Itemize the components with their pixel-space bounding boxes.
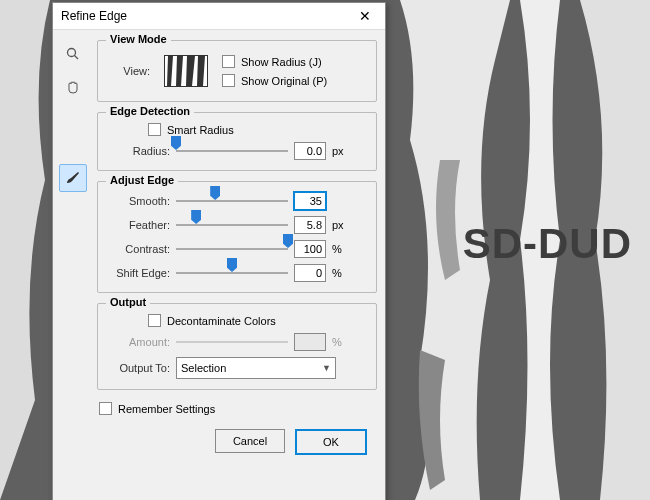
watermark-text: SD-DUD (463, 220, 632, 268)
output-group: Output Decontaminate Colors Amount: % Ou… (97, 303, 377, 390)
edge-detection-group: Edge Detection Smart Radius Radius: 0.0 … (97, 112, 377, 171)
checkbox-icon (148, 314, 161, 327)
show-radius-checkbox[interactable]: Show Radius (J) (222, 55, 327, 68)
radius-slider[interactable] (176, 142, 288, 160)
svg-line-2 (75, 56, 79, 60)
shift-edge-label: Shift Edge: (108, 267, 170, 279)
brush-icon (64, 169, 82, 187)
unit-label: % (332, 336, 348, 348)
adjust-edge-group: Adjust Edge Smooth: 35 Feather: 5.8 px C… (97, 181, 377, 293)
preview-thumbnail-icon (165, 56, 207, 86)
output-to-select[interactable]: Selection ▼ (176, 357, 336, 379)
contrast-label: Contrast: (108, 243, 170, 255)
refine-edge-dialog: Refine Edge ✕ View Mode View: (52, 2, 386, 500)
group-title: Edge Detection (106, 105, 194, 117)
unit-label: px (332, 145, 348, 157)
radius-input[interactable]: 0.0 (294, 142, 326, 160)
hand-tool[interactable] (59, 74, 87, 102)
group-title: View Mode (106, 33, 171, 45)
smooth-label: Smooth: (108, 195, 170, 207)
main-panel: View Mode View: Show Radius (J) Show Ori… (89, 36, 377, 500)
feather-slider[interactable] (176, 216, 288, 234)
output-to-label: Output To: (108, 362, 170, 374)
view-preview-dropdown[interactable] (164, 55, 208, 87)
remember-settings-checkbox[interactable]: Remember Settings (99, 402, 377, 415)
decontaminate-checkbox[interactable]: Decontaminate Colors (148, 314, 366, 327)
group-title: Adjust Edge (106, 174, 178, 186)
amount-label: Amount: (108, 336, 170, 348)
checkbox-icon (222, 55, 235, 68)
hand-icon (65, 80, 81, 96)
checkbox-icon (148, 123, 161, 136)
view-label: View: (114, 65, 150, 77)
unit-label: px (332, 219, 348, 231)
magnifier-icon (65, 46, 81, 62)
smart-radius-checkbox[interactable]: Smart Radius (148, 123, 366, 136)
zoom-tool[interactable] (59, 40, 87, 68)
checkbox-icon (99, 402, 112, 415)
group-title: Output (106, 296, 150, 308)
tool-column (59, 36, 89, 500)
contrast-slider[interactable] (176, 240, 288, 258)
contrast-input[interactable]: 100 (294, 240, 326, 258)
chevron-down-icon: ▼ (322, 363, 331, 373)
smooth-slider[interactable] (176, 192, 288, 210)
titlebar[interactable]: Refine Edge ✕ (53, 3, 385, 30)
unit-label: % (332, 243, 348, 255)
smooth-input[interactable]: 35 (294, 192, 326, 210)
feather-input[interactable]: 5.8 (294, 216, 326, 234)
ok-button[interactable]: OK (295, 429, 367, 455)
dialog-title: Refine Edge (61, 9, 127, 23)
cancel-button[interactable]: Cancel (215, 429, 285, 453)
unit-label: % (332, 267, 348, 279)
checkbox-icon (222, 74, 235, 87)
amount-input (294, 333, 326, 351)
amount-slider (176, 333, 288, 351)
svg-point-1 (68, 49, 76, 57)
show-original-checkbox[interactable]: Show Original (P) (222, 74, 327, 87)
view-mode-group: View Mode View: Show Radius (J) Show Ori… (97, 40, 377, 102)
shift-edge-input[interactable]: 0 (294, 264, 326, 282)
feather-label: Feather: (108, 219, 170, 231)
refine-brush-tool[interactable] (59, 164, 87, 192)
shift-edge-slider[interactable] (176, 264, 288, 282)
radius-label: Radius: (108, 145, 170, 157)
close-button[interactable]: ✕ (345, 3, 385, 29)
